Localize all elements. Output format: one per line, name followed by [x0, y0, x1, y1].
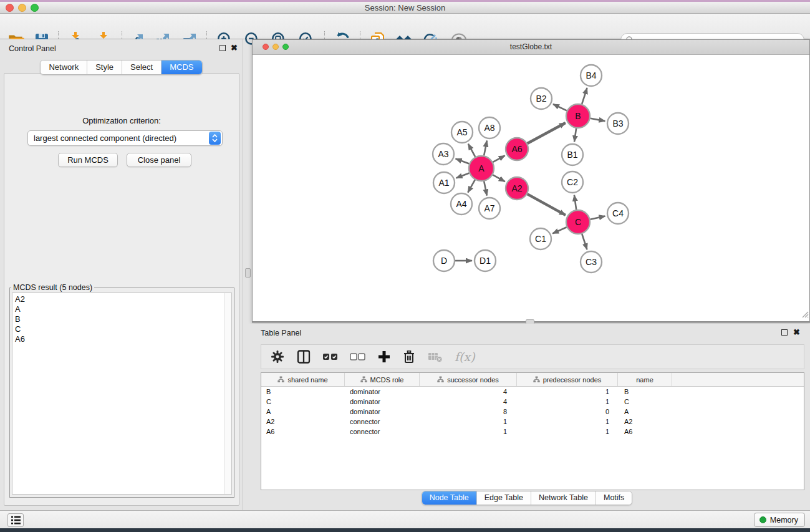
- graph-node-B4[interactable]: B4: [581, 65, 602, 86]
- graph-edge-C-C2[interactable]: [574, 195, 576, 210]
- resize-grip-icon[interactable]: [800, 309, 809, 321]
- graph-node-A3[interactable]: A3: [433, 143, 454, 165]
- tab-edge-table[interactable]: Edge Table: [477, 491, 531, 505]
- graph-edge-A2-C[interactable]: [528, 194, 566, 215]
- graph-node-B3[interactable]: B3: [607, 113, 629, 134]
- float-panel-icon[interactable]: [219, 45, 226, 51]
- close-panel-button[interactable]: Close panel: [127, 153, 191, 167]
- graph-edge-A-A4[interactable]: [468, 180, 475, 192]
- graph-edge-A-A2[interactable]: [493, 175, 505, 181]
- graph-node-label: B3: [612, 118, 623, 128]
- column-header-predecessor-nodes[interactable]: predecessor nodes: [517, 373, 618, 386]
- close-panel-icon[interactable]: ✖: [231, 45, 238, 51]
- graph-edge-A-A8[interactable]: [484, 141, 487, 156]
- graph-edge-B-B4[interactable]: [582, 88, 587, 104]
- result-list-item[interactable]: A: [15, 304, 224, 314]
- criterion-dropdown[interactable]: largest connected component (directed): [27, 130, 223, 146]
- graph-node-label: A6: [511, 144, 522, 154]
- result-list-item[interactable]: A2: [15, 294, 224, 304]
- graph-edge-A-A5[interactable]: [468, 144, 475, 157]
- graph-node-D1[interactable]: D1: [475, 250, 496, 271]
- select-all-rows-icon[interactable]: [322, 351, 339, 363]
- network-canvas[interactable]: B4B2BB3A5A8A6B1A3AA1C2A2A4A7CC4C1C3DD1: [253, 55, 809, 321]
- tab-motifs[interactable]: Motifs: [596, 491, 632, 505]
- table-float-panel-icon[interactable]: [781, 329, 788, 336]
- tab-network-table[interactable]: Network Table: [531, 491, 596, 505]
- graph-node-label: A5: [456, 127, 467, 137]
- graph-node-C[interactable]: C: [566, 210, 590, 234]
- memory-label: Memory: [770, 516, 798, 525]
- delete-columns-trash-icon[interactable]: [402, 349, 416, 364]
- table-close-panel-icon[interactable]: ✖: [793, 329, 800, 336]
- result-list-item[interactable]: A6: [15, 334, 224, 344]
- graph-node-B[interactable]: B: [566, 104, 590, 128]
- graph-edge-A6-B[interactable]: [528, 123, 566, 143]
- memory-button[interactable]: Memory: [754, 513, 805, 527]
- graph-edge-B-B2[interactable]: [553, 104, 567, 110]
- table-cell: 1: [517, 428, 618, 435]
- result-list-item[interactable]: C: [15, 324, 224, 334]
- table-cell: A6: [261, 428, 345, 435]
- graph-node-A7[interactable]: A7: [479, 198, 500, 219]
- tab-select[interactable]: Select: [122, 60, 162, 74]
- table-panel-tabs: Node Table Edge Table Network Table Moti…: [244, 491, 810, 505]
- table-row[interactable]: Adominator80A: [261, 407, 804, 417]
- table-cell: A2: [261, 418, 345, 425]
- graph-node-B2[interactable]: B2: [531, 88, 552, 109]
- graph-edge-C-C4[interactable]: [591, 216, 605, 219]
- control-panel-tabs: Network Style Select MCDS: [0, 60, 243, 75]
- tab-network[interactable]: Network: [41, 60, 87, 74]
- result-list-scrollbar[interactable]: [224, 293, 231, 494]
- network-window-titlebar[interactable]: testGlobe.txt: [253, 40, 809, 55]
- graph-node-A8[interactable]: A8: [479, 117, 500, 138]
- optimization-criterion-label: Optimization criterion:: [4, 116, 239, 125]
- graph-node-A6[interactable]: A6: [506, 138, 528, 160]
- graph-node-A[interactable]: A: [469, 156, 494, 181]
- graph-node-C1[interactable]: C1: [530, 228, 551, 249]
- graph-edge-C-C1[interactable]: [552, 227, 567, 233]
- graph-node-C2[interactable]: C2: [562, 172, 583, 193]
- column-header-MCDS-role[interactable]: MCDS role: [345, 373, 420, 386]
- table-row[interactable]: A2connector11A2: [261, 417, 804, 427]
- task-history-button[interactable]: [7, 513, 24, 527]
- graph-edge-C-C3[interactable]: [582, 234, 587, 249]
- network-graph: B4B2BB3A5A8A6B1A3AA1C2A2A4A7CC4C1C3DD1: [253, 55, 809, 321]
- result-list-item[interactable]: B: [15, 314, 224, 324]
- graph-node-A1[interactable]: A1: [433, 172, 455, 193]
- table-cell: C: [618, 398, 672, 405]
- column-settings-gear-icon[interactable]: [270, 349, 285, 364]
- create-column-plus-icon[interactable]: [377, 350, 391, 364]
- graph-node-A2[interactable]: A2: [506, 177, 528, 200]
- graph-edge-B-B3[interactable]: [591, 118, 605, 121]
- table-row[interactable]: A6connector11A6: [261, 427, 804, 437]
- deselect-all-rows-icon[interactable]: [350, 351, 366, 363]
- graph-edge-A-A1[interactable]: [456, 173, 470, 178]
- tab-style[interactable]: Style: [87, 60, 122, 74]
- graph-edge-A-A6[interactable]: [493, 156, 504, 162]
- graph-node-label: A8: [484, 123, 494, 133]
- run-mcds-button[interactable]: Run MCDS: [58, 153, 118, 167]
- graph-node-C4[interactable]: C4: [607, 203, 629, 224]
- vertical-splitter-handle[interactable]: [245, 268, 251, 278]
- tab-node-table[interactable]: Node Table: [422, 491, 477, 505]
- table-row[interactable]: Cdominator41C: [261, 397, 804, 407]
- graph-node-A4[interactable]: A4: [451, 193, 472, 215]
- mcds-result-list[interactable]: A2ABCA6: [12, 293, 232, 495]
- graph-node-D[interactable]: D: [433, 250, 455, 271]
- table-cell: 1: [420, 418, 517, 425]
- column-header-name[interactable]: name: [618, 373, 672, 386]
- show-columns-icon[interactable]: [296, 349, 311, 364]
- graph-edge-A-A3[interactable]: [456, 158, 470, 163]
- table-cell: 0: [517, 408, 618, 415]
- graph-edge-B-B1[interactable]: [574, 128, 576, 142]
- table-panel: Table Panel ✖ f(x): [244, 324, 810, 510]
- graph-edge-A-A7[interactable]: [484, 181, 487, 196]
- column-header-successor-nodes[interactable]: successor nodes: [420, 373, 517, 386]
- column-header-shared-name[interactable]: shared name: [261, 373, 345, 386]
- graph-node-C3[interactable]: C3: [581, 251, 602, 273]
- table-row[interactable]: Bdominator41B: [261, 387, 804, 397]
- graph-node-A5[interactable]: A5: [451, 122, 473, 143]
- graph-node-B1[interactable]: B1: [562, 144, 583, 165]
- tab-mcds[interactable]: MCDS: [162, 60, 201, 74]
- node-table[interactable]: shared nameMCDS rolesuccessor nodesprede…: [261, 372, 804, 490]
